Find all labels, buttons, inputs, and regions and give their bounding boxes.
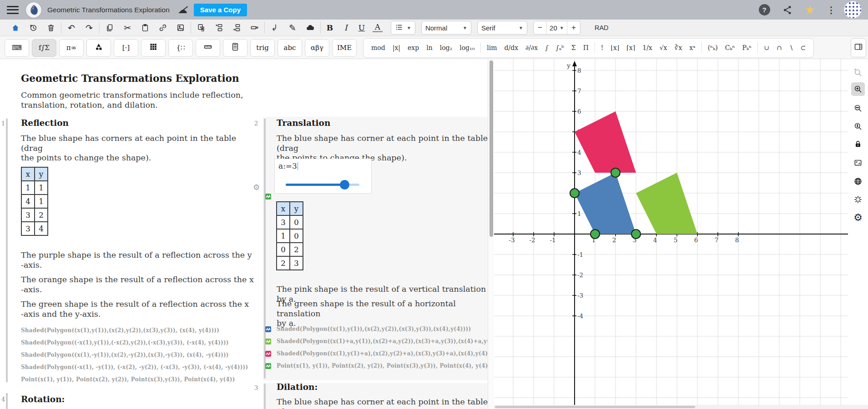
- panel-toggle-button[interactable]: [851, 38, 866, 57]
- text-color-button[interactable]: A: [373, 23, 383, 32]
- math-tab-functions[interactable]: f∫Σ: [32, 39, 56, 57]
- function-button[interactable]: d/dx: [501, 41, 521, 55]
- math-tab-brackets[interactable]: [·]: [114, 39, 138, 57]
- font-size-decrease-button[interactable]: −: [534, 21, 546, 34]
- copy-button[interactable]: [104, 22, 116, 34]
- table-cell[interactable]: 3: [290, 256, 303, 270]
- list-style-dropdown[interactable]: ▼: [391, 21, 415, 35]
- save-copy-button[interactable]: Save a Copy: [194, 4, 247, 16]
- share-icon[interactable]: [782, 5, 793, 15]
- reflection-orange-text[interactable]: The orange shape is the result of a refl…: [21, 275, 257, 294]
- function-button[interactable]: 1/x: [639, 41, 656, 55]
- function-button[interactable]: ⊂: [797, 41, 809, 55]
- function-button[interactable]: ⌈x⌉: [623, 41, 638, 55]
- more-options-icon[interactable]: ⋮: [827, 5, 832, 15]
- font-size-dropdown[interactable]: 20▼: [546, 21, 567, 34]
- function-button[interactable]: ∪: [761, 41, 772, 55]
- function-button[interactable]: Π: [580, 41, 592, 55]
- shape-tool-button[interactable]: [304, 22, 316, 34]
- function-button[interactable]: xᵃ: [686, 41, 698, 55]
- insert-row-above-button[interactable]: [213, 22, 225, 34]
- scrollbar-thumb[interactable]: [495, 406, 695, 408]
- slider-track[interactable]: [286, 184, 359, 186]
- function-button[interactable]: ∩: [773, 41, 785, 55]
- pen-tool-button[interactable]: ✎: [287, 22, 298, 34]
- table-cell[interactable]: 4: [21, 195, 35, 208]
- italic-button[interactable]: I: [341, 23, 351, 32]
- intro-paragraph[interactable]: Common geometric transformations include…: [21, 90, 257, 110]
- globe-button[interactable]: [851, 175, 865, 188]
- function-button[interactable]: log₁₀: [456, 41, 478, 55]
- function-button[interactable]: mod: [368, 41, 389, 55]
- function-button[interactable]: lim: [484, 41, 500, 55]
- function-button[interactable]: ∖: [786, 41, 797, 55]
- math-tab-sets[interactable]: {∷: [168, 39, 193, 57]
- reflection-heading[interactable]: Reflection: [21, 118, 69, 128]
- function-button[interactable]: |x|: [389, 41, 404, 55]
- insert-media-button[interactable]: [175, 22, 187, 34]
- move-block-button[interactable]: [195, 22, 207, 34]
- standard-view-button[interactable]: [851, 193, 865, 206]
- bold-button[interactable]: B: [325, 23, 335, 32]
- math-tab-abc[interactable]: abc: [278, 39, 302, 57]
- user-avatar[interactable]: [844, 1, 862, 19]
- code-expression[interactable]: Shaded(Polygon((-x(1),y(1)),(-x(2),y(2))…: [21, 339, 229, 346]
- pink-shape[interactable]: [575, 111, 636, 173]
- translation-heading[interactable]: Translation: [277, 118, 330, 128]
- code-expression[interactable]: Shaded(Polygon((x(1),y(1)),(x(2),y(2)),(…: [277, 326, 471, 332]
- function-button[interactable]: !: [598, 41, 607, 55]
- settings-gear-icon[interactable]: ⚙: [851, 211, 865, 224]
- rotation-heading[interactable]: Rotation:: [21, 394, 65, 404]
- translation-table[interactable]: xy30100223: [276, 201, 303, 270]
- reflection-green-text[interactable]: The green shape is the result of a refle…: [21, 299, 257, 319]
- function-button[interactable]: Pₖⁿ: [739, 41, 755, 55]
- zoom-in-button[interactable]: [851, 82, 865, 96]
- redo-button[interactable]: ↷: [83, 22, 95, 34]
- function-button[interactable]: ln: [423, 41, 436, 55]
- code-expression[interactable]: Shaded(Polygon((x(1),y(1)+a),(x(2),y(2)+…: [277, 350, 488, 357]
- table-cell[interactable]: 2: [277, 256, 290, 270]
- math-tab-calculator[interactable]: [223, 39, 247, 57]
- table-cell[interactable]: 1: [35, 195, 48, 208]
- favorite-star-icon[interactable]: ★: [805, 4, 815, 15]
- table-cell[interactable]: 3: [21, 222, 35, 235]
- graph-element-icon[interactable]: [265, 338, 271, 344]
- function-button[interactable]: ∛x: [671, 41, 686, 55]
- function-button[interactable]: ∂/∂x: [522, 41, 541, 55]
- paste-button[interactable]: [139, 22, 151, 34]
- graph-element-icon[interactable]: [265, 326, 271, 332]
- fullscreen-button[interactable]: [851, 156, 865, 170]
- underline-button[interactable]: U: [357, 23, 367, 32]
- history-button[interactable]: [27, 22, 39, 34]
- insert-row-below-button[interactable]: [231, 22, 242, 34]
- table-cell[interactable]: 1: [35, 181, 48, 195]
- menu-icon[interactable]: [7, 6, 19, 14]
- graph-element-icon[interactable]: [265, 193, 271, 199]
- document-canvas[interactable]: Geometric Transformations Exploration Co…: [0, 59, 488, 409]
- function-button[interactable]: (ⁿₖ): [705, 41, 721, 55]
- zoom-to-fit-button[interactable]: [851, 120, 865, 133]
- paragraph-style-dropdown[interactable]: Normal▼: [421, 21, 471, 35]
- help-icon[interactable]: ?: [759, 4, 770, 15]
- dilation-heading[interactable]: Dilation:: [277, 382, 318, 392]
- function-button[interactable]: log₂: [437, 41, 455, 55]
- table-cell[interactable]: 3: [277, 215, 290, 229]
- table-cell[interactable]: 4: [35, 222, 48, 235]
- code-expression[interactable]: Shaded(Polygon((x(1)+a,y(1)),(x(2)+a,y(2…: [277, 338, 488, 344]
- code-expression[interactable]: Point(x(1), y(1)), Point(x(2), y(2)), Po…: [21, 376, 235, 383]
- table-cell[interactable]: 0: [290, 229, 303, 243]
- slider-panel[interactable]: a:=3: [274, 159, 372, 194]
- math-tab-keyboard[interactable]: ⌨: [5, 39, 29, 57]
- math-tab-matrix[interactable]: [141, 39, 166, 57]
- code-expression[interactable]: Shaded(Polygon((x(1),-y(1)),(x(2),-y(2))…: [21, 352, 229, 358]
- math-tab-shapes[interactable]: [86, 39, 111, 57]
- green-shape[interactable]: [636, 173, 697, 234]
- math-tab-trig[interactable]: trig: [250, 39, 275, 57]
- dilation-body[interactable]: The blue shape has corner at each point …: [277, 397, 488, 409]
- graph-element-icon[interactable]: [265, 350, 271, 356]
- slider-definition-input[interactable]: a:=3: [278, 161, 298, 170]
- table-cell[interactable]: 2: [35, 208, 48, 222]
- slider-thumb[interactable]: [340, 180, 349, 190]
- reflection-table[interactable]: xy11413234: [21, 167, 48, 236]
- lock-view-button[interactable]: [851, 137, 865, 151]
